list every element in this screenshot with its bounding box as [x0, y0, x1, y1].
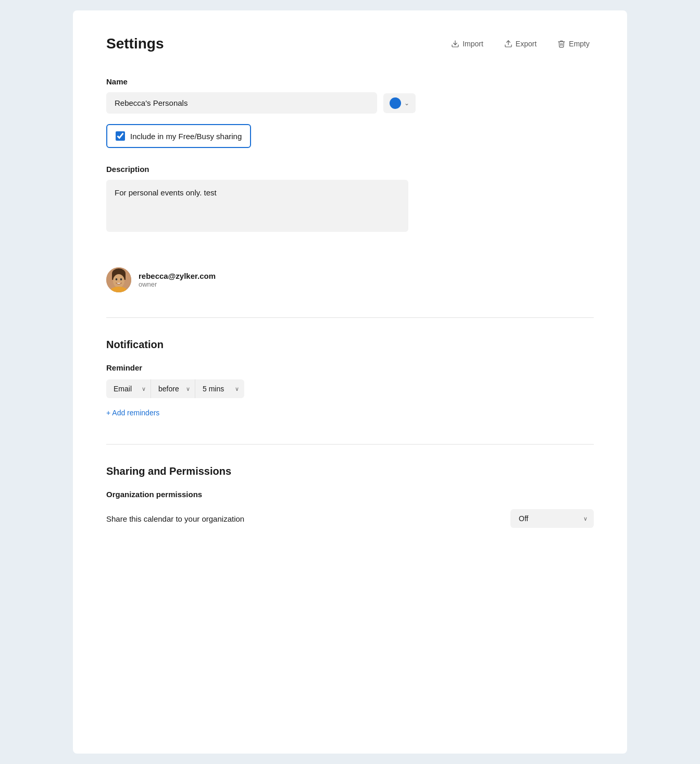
add-reminders-button[interactable]: + Add reminders: [106, 406, 159, 419]
owner-role: owner: [139, 280, 216, 288]
sharing-section: Sharing and Permissions Organization per…: [106, 465, 594, 528]
name-row: ⌄: [106, 92, 594, 114]
settings-page: Settings Import Export: [73, 10, 627, 754]
reminder-label: Reminder: [106, 363, 594, 372]
share-select[interactable]: Off View only View and edit: [510, 509, 594, 528]
header-actions: Import Export Empty: [447, 38, 594, 50]
chevron-down-icon: ⌄: [404, 100, 409, 107]
name-section: Name ⌄: [106, 77, 594, 114]
name-input[interactable]: [106, 92, 377, 114]
org-permissions-label: Organization permissions: [106, 490, 594, 499]
notification-section: Notification Reminder Email Popup before…: [106, 339, 594, 419]
page-header: Settings Import Export: [106, 35, 594, 52]
share-label: Share this calendar to your organization: [106, 514, 244, 523]
owner-email: rebecca@zylker.com: [139, 272, 216, 280]
add-reminders-label: + Add reminders: [106, 409, 159, 417]
divider-2: [106, 444, 594, 445]
trash-icon: [557, 40, 566, 48]
before-select[interactable]: before after: [151, 379, 195, 398]
svg-point-6: [116, 278, 118, 280]
description-textarea[interactable]: For personal events only. test: [106, 180, 408, 232]
time-select-wrapper: 5 mins 10 mins 15 mins 30 mins 1 hour: [195, 379, 244, 398]
notification-title: Notification: [106, 339, 594, 351]
email-select-wrapper: Email Popup: [106, 379, 151, 398]
divider-1: [106, 317, 594, 318]
svg-point-7: [120, 278, 122, 280]
export-button[interactable]: Export: [500, 38, 541, 50]
share-row: Share this calendar to your organization…: [106, 509, 594, 528]
freebusy-checkbox[interactable]: [116, 131, 125, 141]
import-icon: [451, 40, 459, 48]
export-icon: [504, 40, 512, 48]
color-dot: [390, 97, 401, 109]
time-select[interactable]: 5 mins 10 mins 15 mins 30 mins 1 hour: [195, 379, 244, 398]
avatar-svg: [106, 267, 131, 292]
color-picker-button[interactable]: ⌄: [383, 93, 416, 113]
page-title: Settings: [106, 35, 164, 52]
email-select[interactable]: Email Popup: [106, 379, 151, 398]
sharing-title: Sharing and Permissions: [106, 465, 594, 477]
name-label: Name: [106, 77, 594, 86]
share-select-wrapper: Off View only View and edit: [510, 509, 594, 528]
description-label: Description: [106, 165, 594, 174]
reminder-row: Email Popup before after 5 mins 10 mins …: [106, 379, 594, 398]
description-section: Description For personal events only. te…: [106, 165, 594, 251]
svg-point-5: [113, 274, 124, 288]
freebusy-label[interactable]: Include in my Free/Busy sharing: [130, 132, 242, 141]
before-select-wrapper: before after: [151, 379, 195, 398]
avatar: [106, 267, 131, 292]
owner-info: rebecca@zylker.com owner: [139, 272, 216, 288]
empty-button[interactable]: Empty: [553, 38, 594, 50]
import-button[interactable]: Import: [447, 38, 488, 50]
owner-row: rebecca@zylker.com owner: [106, 267, 594, 292]
freebusy-checkbox-row[interactable]: Include in my Free/Busy sharing: [106, 124, 251, 148]
